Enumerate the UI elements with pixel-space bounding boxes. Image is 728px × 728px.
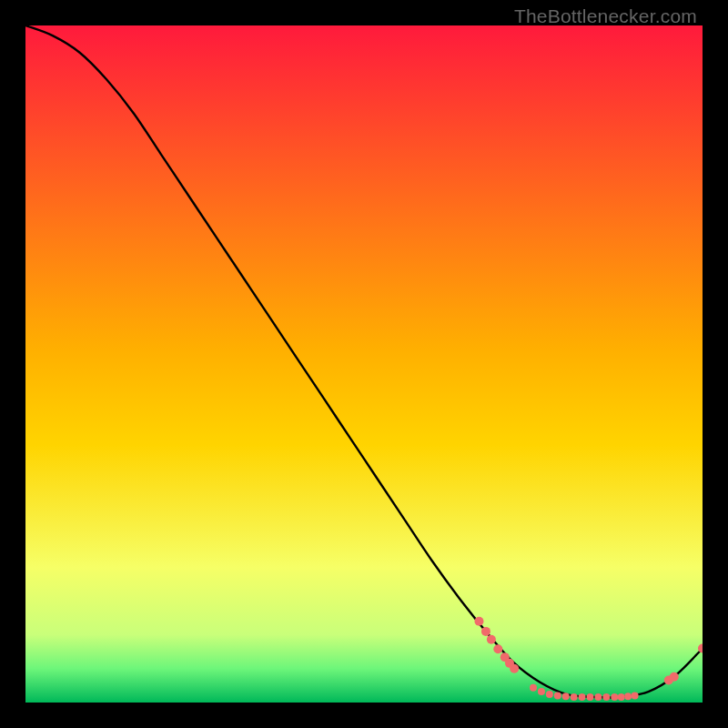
data-marker xyxy=(670,672,679,682)
data-marker xyxy=(510,664,519,673)
watermark-text: TheBottlenecker.com xyxy=(514,5,697,27)
data-marker xyxy=(554,693,561,700)
curve-layer xyxy=(25,25,703,703)
data-marker xyxy=(538,688,545,695)
data-marker xyxy=(624,693,632,700)
data-marker xyxy=(571,693,578,701)
data-marker xyxy=(474,617,483,626)
plot-area xyxy=(25,25,703,703)
data-marker xyxy=(562,693,570,700)
chart-stage: TheBottlenecker.com xyxy=(0,0,728,728)
data-marker xyxy=(487,635,496,644)
data-marker xyxy=(587,693,594,701)
data-marker xyxy=(618,693,625,701)
data-marker xyxy=(632,693,639,700)
data-marker xyxy=(530,684,537,692)
data-marker xyxy=(493,644,502,653)
data-marker xyxy=(594,693,602,701)
data-marker xyxy=(546,691,553,698)
data-marker xyxy=(611,693,618,701)
data-marker xyxy=(602,693,610,701)
data-markers xyxy=(474,617,703,701)
data-marker xyxy=(481,627,490,636)
data-marker xyxy=(579,693,586,701)
bottleneck-curve xyxy=(25,25,703,698)
